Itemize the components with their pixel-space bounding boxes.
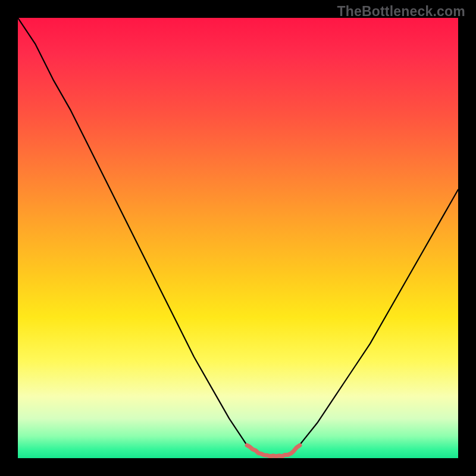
plot-area <box>18 18 458 458</box>
watermark-text: TheBottleneck.com <box>337 4 465 20</box>
bottleneck-marker <box>247 445 300 456</box>
chart-frame: TheBottleneck.com <box>0 0 476 476</box>
bottleneck-curve-svg <box>18 18 458 458</box>
bottleneck-curve <box>18 18 458 456</box>
